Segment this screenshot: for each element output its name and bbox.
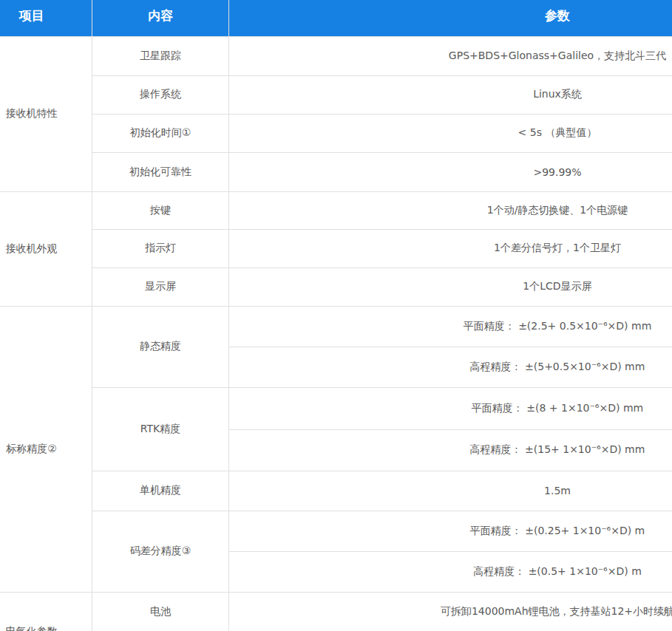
table-row: 操作系统 Linux系统 <box>0 75 672 114</box>
param-cell: 可拆卸14000mAh锂电池，支持基站12+小时续航 <box>229 592 672 631</box>
param-cell: 高程精度： ±(15+ 1×10⁻⁶×D) mm <box>229 429 672 471</box>
table-row: 标称精度② 静态精度 平面精度： ±(2.5+ 0.5×10⁻⁶×D) mm <box>0 306 672 347</box>
content-cell: 操作系统 <box>92 75 229 114</box>
param-cell: 1个LCD显示屏 <box>229 267 672 306</box>
param-cell: 1个动/静态切换键、1个电源键 <box>229 191 672 229</box>
content-cell: 按键 <box>92 191 229 229</box>
content-cell: 卫星跟踪 <box>92 36 229 75</box>
param-cell: 1.5m <box>229 471 672 511</box>
content-cell: 单机精度 <box>92 471 229 511</box>
content-cell: 显示屏 <box>92 267 229 306</box>
spec-table: 项目 内容 参数 接收机特性 卫星跟踪 GPS+BDS+Glonass+Gali… <box>0 0 672 631</box>
header-row: 项目 内容 参数 <box>0 0 672 36</box>
table-row: 指示灯 1个差分信号灯，1个卫星灯 <box>0 229 672 267</box>
table-row: RTK精度 平面精度： ±(8 + 1×10⁻⁶×D) mm <box>0 387 672 429</box>
param-cell: Linux系统 <box>229 75 672 114</box>
header-cell-param: 参数 <box>229 0 672 36</box>
table-row: 单机精度 1.5m <box>0 471 672 511</box>
content-cell: 指示灯 <box>92 229 229 267</box>
content-cell: RTK精度 <box>92 387 229 471</box>
param-cell: 平面精度： ±(0.25+ 1×10⁻⁶×D) m <box>229 511 672 551</box>
table-row: 接收机外观 按键 1个动/静态切换键、1个电源键 <box>0 191 672 229</box>
content-cell: 静态精度 <box>92 306 229 387</box>
param-cell: < 5s （典型值） <box>229 114 672 152</box>
header-cell-item: 项目 <box>0 0 92 36</box>
param-cell: 平面精度： ±(2.5+ 0.5×10⁻⁶×D) mm <box>229 306 672 347</box>
content-cell: 电池 <box>92 592 229 631</box>
param-cell: >99.99% <box>229 152 672 191</box>
param-cell: GPS+BDS+Glonass+Galileo，支持北斗三代 <box>229 36 672 75</box>
param-cell: 1个差分信号灯，1个卫星灯 <box>229 229 672 267</box>
header-cell-content: 内容 <box>92 0 229 36</box>
table-row: 初始化可靠性 >99.99% <box>0 152 672 191</box>
group-cell-receiver-features: 接收机特性 <box>0 36 92 191</box>
param-cell: 高程精度： ±(0.5+ 1×10⁻⁶×D) m <box>229 551 672 592</box>
table-row: 显示屏 1个LCD显示屏 <box>0 267 672 306</box>
table-row: 码差分精度③ 平面精度： ±(0.25+ 1×10⁻⁶×D) m <box>0 511 672 551</box>
group-cell-nominal-accuracy: 标称精度② <box>0 306 92 592</box>
table-row: 初始化时间① < 5s （典型值） <box>0 114 672 152</box>
content-cell: 初始化可靠性 <box>92 152 229 191</box>
table-row: 电气化参数 电池 可拆卸14000mAh锂电池，支持基站12+小时续航 <box>0 592 672 631</box>
spec-table-viewport: 项目 内容 参数 接收机特性 卫星跟踪 GPS+BDS+Glonass+Gali… <box>0 0 672 631</box>
table-row: 接收机特性 卫星跟踪 GPS+BDS+Glonass+Galileo，支持北斗三… <box>0 36 672 75</box>
group-cell-receiver-appearance: 接收机外观 <box>0 191 92 306</box>
content-cell: 码差分精度③ <box>92 511 229 592</box>
param-cell: 平面精度： ±(8 + 1×10⁻⁶×D) mm <box>229 387 672 429</box>
content-cell: 初始化时间① <box>92 114 229 152</box>
param-cell: 高程精度： ±(5+0.5×10⁻⁶×D) mm <box>229 347 672 387</box>
group-cell-electrical-params: 电气化参数 <box>0 592 92 631</box>
